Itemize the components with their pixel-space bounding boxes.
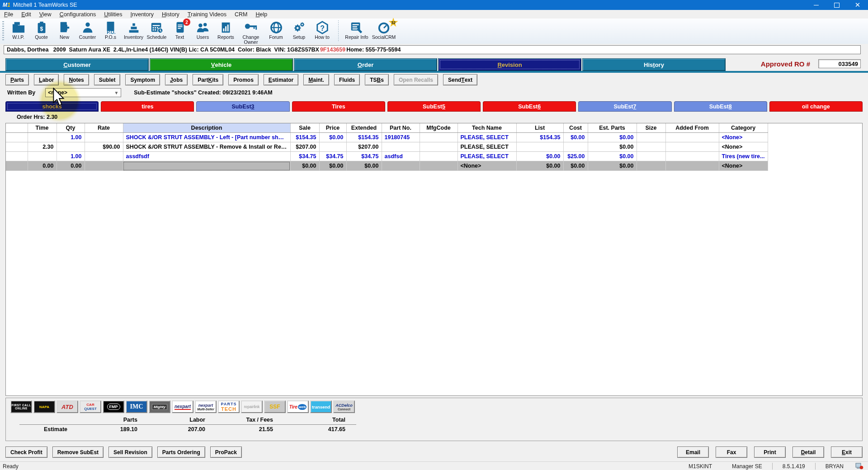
toolbar-text[interactable]: 2 Text bbox=[168, 19, 191, 40]
menu-crm[interactable]: CRM bbox=[231, 11, 251, 18]
toolbar-wip[interactable]: W.I.P. bbox=[7, 19, 30, 40]
minimize-button[interactable] bbox=[806, 0, 826, 10]
toolbar-change-owner[interactable]: Change Owner bbox=[237, 19, 264, 45]
col-category[interactable]: Category bbox=[719, 123, 768, 133]
tab-order[interactable]: Order bbox=[294, 58, 437, 71]
toolbar-howto[interactable]: ? How to bbox=[311, 19, 334, 40]
grid-row-labor-strut[interactable]: 2.30 $90.00 SHOCK &/OR STRUT ASSEMBLY - … bbox=[6, 142, 768, 152]
col-mfgcode[interactable]: MfgCode bbox=[420, 123, 458, 133]
symptom-button[interactable]: Symptom bbox=[125, 74, 160, 85]
menu-edit[interactable]: Edit bbox=[17, 11, 35, 18]
propack-button[interactable]: ProPack bbox=[210, 446, 242, 458]
grid-row-part-strut[interactable]: 1.00 SHOCK &/OR STRUT ASSEMBLY - Left - … bbox=[6, 133, 768, 142]
col-addedfrom[interactable]: Added From bbox=[665, 123, 719, 133]
menu-help[interactable]: Help bbox=[251, 11, 271, 18]
subest-tab-3[interactable]: SubEst3 bbox=[196, 101, 289, 112]
print-button[interactable]: Print bbox=[754, 446, 786, 458]
tab-history[interactable]: History bbox=[582, 58, 726, 71]
subest-tab-tires2[interactable]: Tires bbox=[292, 101, 385, 112]
toolbar-new[interactable]: New bbox=[53, 19, 76, 40]
check-profit-button[interactable]: Check Profit bbox=[5, 446, 47, 458]
vendor-partstech-button[interactable]: PARTSTECH bbox=[218, 400, 240, 413]
toolbar-quote[interactable]: $ Quote bbox=[30, 19, 53, 40]
detail-button[interactable]: Detail bbox=[793, 446, 824, 458]
menu-utilities[interactable]: Utilities bbox=[100, 11, 126, 18]
vendor-tireweb-button[interactable]: Tireweb bbox=[287, 400, 309, 413]
toolbar-inventory[interactable]: Inventory bbox=[122, 19, 145, 40]
vendor-firstcall-button[interactable]: FIRST CALLONLINE bbox=[10, 400, 32, 413]
col-time[interactable]: Time bbox=[28, 123, 57, 133]
vendor-imc-button[interactable]: IMC bbox=[126, 400, 147, 413]
menu-file[interactable]: File bbox=[0, 11, 17, 18]
vendor-ssf-button[interactable]: SSF bbox=[264, 400, 286, 413]
toolbar-counter[interactable]: Counter bbox=[76, 19, 99, 40]
toolbar-setup[interactable]: Setup bbox=[288, 19, 311, 40]
vendor-transend-button[interactable]: transend bbox=[310, 400, 332, 413]
subest-tab-8[interactable]: SubEst8 bbox=[674, 101, 767, 112]
tab-customer[interactable]: Customer bbox=[5, 58, 149, 71]
col-partno[interactable]: Part No. bbox=[382, 123, 420, 133]
col-cost[interactable]: Cost bbox=[563, 123, 588, 133]
sell-revision-button[interactable]: Sell Revision bbox=[108, 446, 152, 458]
toolbar-users[interactable]: Users bbox=[191, 19, 214, 40]
vendor-repairlink-button[interactable]: repairlink bbox=[241, 400, 263, 413]
subest-tab-oilchange[interactable]: oil change bbox=[769, 101, 863, 112]
vendor-napa-button[interactable]: NAPA bbox=[33, 400, 55, 413]
col-qty[interactable]: Qty bbox=[57, 123, 85, 133]
col-extended[interactable]: Extended bbox=[346, 123, 382, 133]
email-button[interactable]: Email bbox=[677, 446, 709, 458]
parts-button[interactable]: Parts bbox=[5, 74, 29, 85]
menu-view[interactable]: View bbox=[35, 11, 56, 18]
col-size[interactable]: Size bbox=[637, 123, 665, 133]
maint-button[interactable]: Maint. bbox=[303, 74, 329, 85]
vendor-nexpart-button[interactable]: nexpart bbox=[172, 400, 193, 413]
jobs-button[interactable]: Jobs bbox=[165, 74, 188, 85]
fluids-button[interactable]: Fluids bbox=[334, 74, 360, 85]
parts-ordering-button[interactable]: Parts Ordering bbox=[157, 446, 205, 458]
exit-button[interactable]: Exit bbox=[831, 446, 863, 458]
remove-subest-button[interactable]: Remove SubEst bbox=[52, 446, 104, 458]
vendor-atd-button[interactable]: ATD bbox=[57, 400, 78, 413]
toolbar-reports[interactable]: Reports bbox=[214, 19, 237, 40]
vendor-carquest-button[interactable]: CARQUEST bbox=[80, 400, 101, 413]
sublet-button[interactable]: Sublet bbox=[94, 74, 121, 85]
col-price[interactable]: Price bbox=[319, 123, 346, 133]
toolbar-forum[interactable]: Forum bbox=[264, 19, 288, 40]
notes-button[interactable]: Notes bbox=[64, 74, 89, 85]
tsbs-button[interactable]: TSBs bbox=[365, 74, 389, 85]
grid-row-part-assdfsdf[interactable]: 1.00 assdfsdf$34.75 $34.75$34.75 asdfsd … bbox=[6, 152, 768, 161]
toolbar-repair-info[interactable]: Repair Info bbox=[343, 19, 370, 40]
vendor-mighty-button[interactable]: Mighty bbox=[149, 400, 170, 413]
menu-training-videos[interactable]: Training Videos bbox=[184, 11, 231, 18]
vendor-nexpart-multiseller-button[interactable]: nexpartMulti-Seller bbox=[195, 400, 217, 413]
menu-configurations[interactable]: Configurations bbox=[56, 11, 100, 18]
tab-revision[interactable]: Revision bbox=[438, 58, 581, 71]
maximize-button[interactable] bbox=[826, 0, 847, 10]
close-button[interactable]: ✕ bbox=[847, 0, 868, 10]
partkits-button[interactable]: PartKits bbox=[193, 74, 223, 85]
toolbar-pos[interactable]: P.O. P.O.s bbox=[99, 19, 122, 40]
tab-vehicle[interactable]: Vehicle bbox=[150, 58, 293, 71]
col-list[interactable]: List bbox=[516, 123, 563, 133]
col-estparts[interactable]: Est. Parts bbox=[588, 123, 637, 133]
send-text-button[interactable]: Send Text bbox=[443, 74, 477, 85]
vendor-fmp-button[interactable]: FMP bbox=[103, 400, 124, 413]
col-description[interactable]: Description bbox=[123, 123, 290, 133]
subest-tab-7[interactable]: SubEst7 bbox=[578, 101, 671, 112]
subest-tab-5[interactable]: SubEst5 bbox=[387, 101, 481, 112]
subest-tab-6[interactable]: SubEst6 bbox=[483, 101, 576, 112]
menu-history[interactable]: History bbox=[158, 11, 184, 18]
toolbar-schedule[interactable]: Schedule bbox=[145, 19, 168, 40]
promos-button[interactable]: Promos bbox=[228, 74, 259, 85]
vendor-acdelco-button[interactable]: ACDelcoConnect bbox=[333, 400, 355, 413]
col-techname[interactable]: Tech Name bbox=[458, 123, 516, 133]
toolbar-socialcrm[interactable]: 32 SocialCRM bbox=[370, 19, 397, 40]
status-right: M1SKINT Manager SE 8.5.1.419 BRYAN bbox=[679, 463, 868, 470]
subest-tab-tires[interactable]: tires bbox=[101, 101, 194, 112]
col-sale[interactable]: Sale bbox=[290, 123, 319, 133]
col-rate[interactable]: Rate bbox=[85, 123, 123, 133]
estimator-button[interactable]: Estimator bbox=[264, 74, 298, 85]
fax-button[interactable]: Fax bbox=[716, 446, 747, 458]
menu-inventory[interactable]: Inventory bbox=[127, 11, 158, 18]
grid-row-new-entry-selected[interactable]: 0.00 0.00 $0.00 $0.00$0.00 <None>$0.00 $… bbox=[6, 161, 768, 171]
